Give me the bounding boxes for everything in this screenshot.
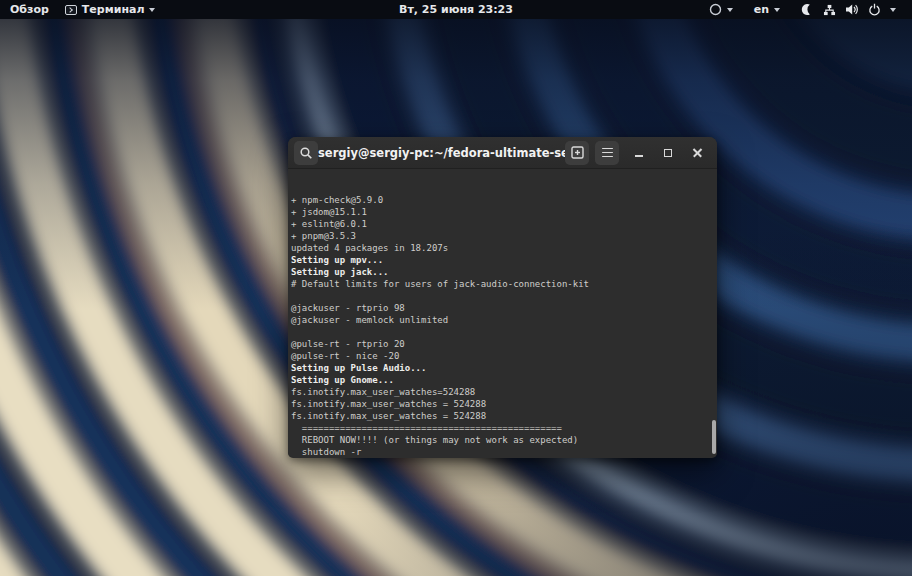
scrollbar-thumb[interactable]	[712, 420, 716, 454]
terminal-titlebar: sergiy@sergiy-pc:~/fedora-ultimate-setup…	[288, 137, 717, 169]
terminal-line: fs.inotify.max_user_watches = 524288	[291, 410, 717, 422]
terminal-line: REBOOT NOW!!!! (or things may not work a…	[291, 434, 717, 446]
terminal-line: Setting up Pulse Audio...	[291, 362, 717, 374]
terminal-line: + pnpm@3.5.3	[291, 230, 717, 242]
terminal-line: # Default limits for users of jack-audio…	[291, 278, 717, 290]
maximize-icon	[664, 149, 672, 157]
app-menu-button[interactable]: Терминал	[63, 3, 158, 16]
terminal-line: Setting up jack...	[291, 266, 717, 278]
activities-button[interactable]: Обзор	[8, 3, 51, 16]
chevron-down-icon	[774, 8, 780, 12]
network-wired-icon	[823, 4, 836, 16]
terminal-line: Setting up Gnome...	[291, 374, 717, 386]
status-circle-icon	[709, 3, 722, 16]
desktop: Обзор Терминал Вт, 25 июня 23:23 en	[0, 0, 912, 576]
status-circle-button[interactable]	[707, 3, 735, 16]
terminal-screen[interactable]: + npm-check@5.9.0+ jsdom@15.1.1+ eslint@…	[288, 169, 717, 457]
terminal-line: fs.inotify.max_user_watches=524288	[291, 386, 717, 398]
keyboard-layout-label: en	[754, 3, 769, 16]
moon-icon	[801, 3, 814, 16]
chevron-down-icon	[727, 8, 733, 12]
terminal-app-icon	[65, 5, 77, 15]
new-tab-icon	[571, 146, 584, 159]
minimize-button[interactable]	[633, 145, 645, 161]
keyboard-layout-button[interactable]: en	[752, 3, 782, 16]
maximize-button[interactable]	[662, 145, 674, 161]
volume-icon	[845, 3, 859, 16]
terminal-line: @pulse-rt - nice -20	[291, 350, 717, 362]
system-menu-button[interactable]	[799, 3, 898, 16]
terminal-line: @pulse-rt - rtprio 20	[291, 338, 717, 350]
close-button[interactable]	[691, 145, 703, 161]
terminal-line: + npm-check@5.9.0	[291, 194, 717, 206]
terminal-line: + jsdom@15.1.1	[291, 206, 717, 218]
terminal-line: + eslint@6.0.1	[291, 218, 717, 230]
terminal-line: Setting up mpv...	[291, 254, 717, 266]
hamburger-menu-button[interactable]	[595, 141, 619, 165]
terminal-line: @jackuser - memlock unlimited	[291, 314, 717, 326]
terminal-line: shutdown -r	[291, 446, 717, 457]
new-tab-button[interactable]	[565, 141, 589, 165]
terminal-line: updated 4 packages in 18.207s	[291, 242, 717, 254]
top-bar: Обзор Терминал Вт, 25 июня 23:23 en	[0, 0, 912, 19]
power-icon	[868, 3, 881, 16]
activities-label: Обзор	[10, 3, 49, 16]
close-icon	[692, 148, 702, 158]
chevron-down-icon	[149, 8, 155, 12]
search-button[interactable]	[294, 141, 318, 165]
terminal-line: ========================================…	[291, 422, 717, 434]
terminal-window: sergiy@sergiy-pc:~/fedora-ultimate-setup…	[288, 137, 717, 458]
window-title: sergiy@sergiy-pc:~/fedora-ultimate-setup…	[318, 146, 565, 160]
app-menu-label: Терминал	[82, 3, 145, 16]
clock-button[interactable]: Вт, 25 июня 23:23	[397, 0, 515, 19]
terminal-line	[291, 290, 717, 302]
terminal-line: @jackuser - rtprio 98	[291, 302, 717, 314]
terminal-line	[291, 326, 717, 338]
minimize-icon	[635, 155, 643, 157]
chevron-down-icon	[890, 8, 896, 12]
terminal-lines: + npm-check@5.9.0+ jsdom@15.1.1+ eslint@…	[291, 194, 717, 457]
search-icon	[299, 146, 313, 160]
hamburger-menu-icon	[602, 148, 613, 158]
clock-label: Вт, 25 июня 23:23	[399, 3, 513, 16]
terminal-line: fs.inotify.max_user_watches = 524288	[291, 398, 717, 410]
